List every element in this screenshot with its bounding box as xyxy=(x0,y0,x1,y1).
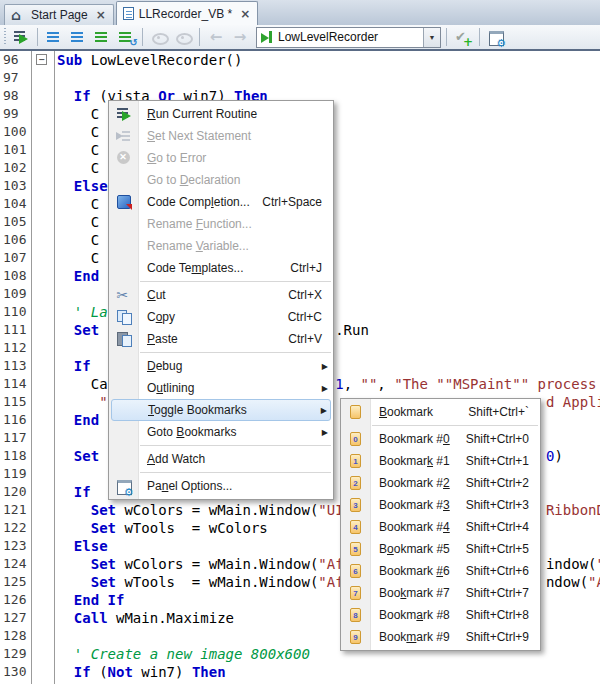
close-icon[interactable] xyxy=(240,8,250,20)
line-number: 111 xyxy=(3,321,26,339)
submenu-item-bookmark-4[interactable]: 4Bookmark #4Shift+Ctrl+4 xyxy=(341,516,540,538)
menu-item-label: Run Current Routine xyxy=(147,107,257,121)
close-icon[interactable] xyxy=(96,9,106,21)
menu-item-shortcut: Shift+Ctrl+6 xyxy=(466,564,535,578)
bookmark-icon: 6 xyxy=(350,564,361,578)
code-text: .Run xyxy=(335,321,369,339)
submenu-item-bookmark-5[interactable]: 5Bookmark #5Shift+Ctrl+5 xyxy=(341,538,540,560)
icon-cell xyxy=(109,106,138,122)
menu-item-go-to-error[interactable]: Go to Error xyxy=(109,147,333,169)
bookmarks-submenu: BookmarkShift+Ctrl+`0Bookmark #0Shift+Ct… xyxy=(340,398,541,651)
submenu-arrow-icon xyxy=(322,384,328,393)
line-number: 112 xyxy=(3,339,26,357)
menu-item-toggle-bookmarks[interactable]: Toggle Bookmarks xyxy=(111,399,331,421)
menu-item-outlining[interactable]: Outlining xyxy=(109,377,333,399)
code-completion-icon xyxy=(116,194,132,210)
uncomment-lines-icon xyxy=(70,29,86,45)
code-text: Sub LowLevelRecorder() xyxy=(57,51,242,69)
icon-cell xyxy=(109,331,138,347)
menu-item-label: Panel Options... xyxy=(147,479,232,493)
line-number: 97 xyxy=(3,69,19,87)
tab-llrecorder-vb[interactable]: LLRecorder_VB * xyxy=(116,1,258,25)
code-text: ' Create a new image 800x600 xyxy=(74,645,310,663)
uncomment-block-button[interactable] xyxy=(67,26,89,48)
line-number: 126 xyxy=(3,591,26,609)
toolbar-separator xyxy=(446,28,447,46)
code-line-97[interactable]: 97 xyxy=(0,69,600,87)
bookmark-icon: 9 xyxy=(350,630,361,644)
comment-block-button[interactable] xyxy=(43,26,65,48)
menu-item-set-next-statement[interactable]: Set Next Statement xyxy=(109,125,333,147)
submenu-item-bookmark-7[interactable]: 7Bookmark #7Shift+Ctrl+7 xyxy=(341,582,540,604)
menu-item-code-completion[interactable]: Code Completion...Ctrl+Space xyxy=(109,191,333,213)
menu-item-label: Bookmark #8 xyxy=(379,608,450,622)
menu-item-paste[interactable]: PasteCtrl+V xyxy=(109,328,333,350)
menu-item-label: Rename Variable... xyxy=(147,239,249,253)
format-code-button[interactable] xyxy=(91,26,113,48)
menu-separator xyxy=(372,425,538,426)
panel-options-button[interactable] xyxy=(485,26,507,48)
syntax-check-button[interactable] xyxy=(452,26,474,48)
icon-cell xyxy=(341,405,370,419)
line-number: 106 xyxy=(3,231,26,249)
submenu-item-bookmark-0[interactable]: 0Bookmark #0Shift+Ctrl+0 xyxy=(341,428,540,450)
menu-item-goto-bookmarks[interactable]: Goto Bookmarks xyxy=(109,421,333,443)
hide-regions-button[interactable] xyxy=(148,26,170,48)
code-text: Else xyxy=(74,537,108,555)
fold-toggle-icon[interactable] xyxy=(36,54,47,65)
icon-cell xyxy=(109,194,138,210)
bookmark-icon: 1 xyxy=(350,454,361,468)
submenu-item-bookmark-9[interactable]: 9Bookmark #9Shift+Ctrl+9 xyxy=(341,626,540,648)
code-line-96[interactable]: 96Sub LowLevelRecorder() xyxy=(0,51,600,69)
menu-item-label: Paste xyxy=(147,332,178,346)
submenu-item-bookmark-1[interactable]: 1Bookmark #1Shift+Ctrl+1 xyxy=(341,450,540,472)
line-number: 99 xyxy=(3,105,19,123)
menu-item-cut[interactable]: CutCtrl+X xyxy=(109,284,333,306)
menu-item-run-current-routine[interactable]: Run Current Routine xyxy=(109,103,333,125)
code-text: ndow("A xyxy=(546,573,600,591)
menu-item-rename-variable[interactable]: Rename Variable... xyxy=(109,235,333,257)
navigate-back-button[interactable] xyxy=(205,26,227,48)
menu-item-shortcut: Shift+Ctrl+9 xyxy=(466,630,535,644)
toolbar-grip[interactable] xyxy=(4,28,6,46)
menu-item-shortcut: Ctrl+C xyxy=(288,310,328,324)
code-text: indow(". xyxy=(546,555,600,573)
code-text: Set wTools = wColors xyxy=(91,519,268,537)
submenu-item-bookmark[interactable]: BookmarkShift+Ctrl+` xyxy=(341,401,540,423)
menu-item-label: Rename Function... xyxy=(147,217,252,231)
code-text: C xyxy=(91,141,99,159)
show-regions-button[interactable] xyxy=(172,26,194,48)
submenu-item-bookmark-3[interactable]: 3Bookmark #3Shift+Ctrl+3 xyxy=(341,494,540,516)
submenu-item-bookmark-8[interactable]: 8Bookmark #8Shift+Ctrl+8 xyxy=(341,604,540,626)
submenu-item-bookmark-6[interactable]: 6Bookmark #6Shift+Ctrl+6 xyxy=(341,560,540,582)
bookmark-icon: 4 xyxy=(350,520,361,534)
menu-item-shortcut: Shift+Ctrl+` xyxy=(468,405,535,419)
icon-cell: 6 xyxy=(341,564,370,578)
menu-item-label: Bookmark #0 xyxy=(379,432,450,446)
code-text: C xyxy=(91,213,99,231)
run-current-routine-button[interactable] xyxy=(10,26,32,48)
menu-item-label: Bookmark #7 xyxy=(379,586,450,600)
icon-cell: 8 xyxy=(341,608,370,622)
tab-start-page[interactable]: Start Page xyxy=(4,4,114,25)
menu-item-go-to-declaration[interactable]: Go to Declaration xyxy=(109,169,333,191)
navigate-forward-button[interactable] xyxy=(229,26,251,48)
routine-selector-value: LowLevelRecorder xyxy=(275,30,423,44)
forward-arrow-icon xyxy=(234,30,247,45)
menu-item-add-watch[interactable]: Add Watch xyxy=(109,448,333,470)
menu-item-code-templates[interactable]: Code Templates...Ctrl+J xyxy=(109,257,333,279)
menu-item-label: Go to Declaration xyxy=(147,173,240,187)
menu-item-rename-function[interactable]: Rename Function... xyxy=(109,213,333,235)
toolbar-separator xyxy=(479,28,480,46)
submenu-item-bookmark-2[interactable]: 2Bookmark #2Shift+Ctrl+2 xyxy=(341,472,540,494)
rollback-format-button[interactable] xyxy=(115,26,137,48)
icon-cell xyxy=(109,150,138,166)
routine-selector-dropdown-button[interactable] xyxy=(423,28,440,47)
menu-item-copy[interactable]: CopyCtrl+C xyxy=(109,306,333,328)
routine-selector[interactable]: LowLevelRecorder xyxy=(256,27,441,48)
menu-item-debug[interactable]: Debug xyxy=(109,355,333,377)
code-line-130[interactable]: 130If (Not win7) Then xyxy=(0,663,600,681)
line-number: 125 xyxy=(3,573,26,591)
menu-separator xyxy=(140,445,331,446)
menu-item-panel-options[interactable]: Panel Options... xyxy=(109,475,333,497)
